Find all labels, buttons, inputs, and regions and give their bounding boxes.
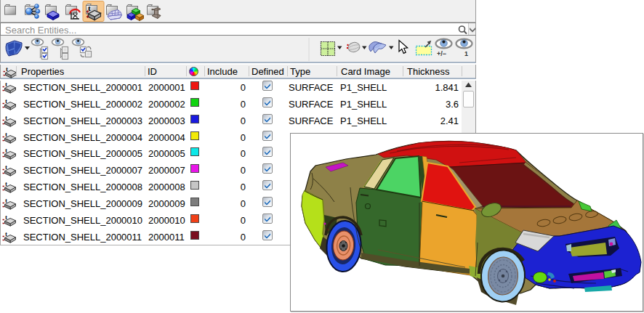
svg-text:1: 1 (464, 50, 468, 57)
svg-text:+/−: +/− (437, 50, 446, 57)
svg-text:t: t (88, 4, 91, 12)
